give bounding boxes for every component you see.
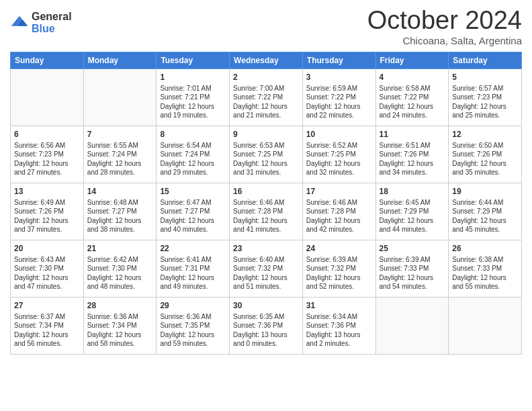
day-number: 9 bbox=[233, 129, 299, 140]
calendar-cell: 18Sunrise: 6:45 AM Sunset: 7:29 PM Dayli… bbox=[375, 183, 449, 240]
week-row: 20Sunrise: 6:43 AM Sunset: 7:30 PM Dayli… bbox=[11, 240, 522, 297]
calendar-cell: 5Sunrise: 6:57 AM Sunset: 7:23 PM Daylig… bbox=[449, 68, 522, 126]
calendar-cell: 27Sunrise: 6:37 AM Sunset: 7:34 PM Dayli… bbox=[11, 297, 84, 354]
day-info: Sunrise: 6:52 AM Sunset: 7:25 PM Dayligh… bbox=[306, 141, 372, 177]
calendar-table: SundayMondayTuesdayWednesdayThursdayFrid… bbox=[10, 52, 522, 355]
day-number: 5 bbox=[452, 72, 518, 83]
calendar-cell bbox=[11, 68, 84, 126]
day-number: 23 bbox=[233, 243, 299, 254]
day-info: Sunrise: 6:37 AM Sunset: 7:34 PM Dayligh… bbox=[14, 312, 80, 349]
calendar-cell bbox=[375, 297, 449, 354]
day-number: 18 bbox=[380, 186, 445, 197]
day-number: 20 bbox=[14, 243, 80, 254]
day-info: Sunrise: 6:35 AM Sunset: 7:36 PM Dayligh… bbox=[233, 312, 299, 349]
calendar-cell: 4Sunrise: 6:58 AM Sunset: 7:22 PM Daylig… bbox=[375, 68, 449, 126]
day-info: Sunrise: 6:46 AM Sunset: 7:28 PM Dayligh… bbox=[306, 198, 372, 234]
weekday-header: Sunday bbox=[11, 52, 84, 68]
week-row: 13Sunrise: 6:49 AM Sunset: 7:26 PM Dayli… bbox=[11, 183, 522, 240]
day-info: Sunrise: 6:38 AM Sunset: 7:33 PM Dayligh… bbox=[452, 255, 518, 291]
day-info: Sunrise: 6:36 AM Sunset: 7:35 PM Dayligh… bbox=[160, 312, 226, 349]
calendar-cell: 17Sunrise: 6:46 AM Sunset: 7:28 PM Dayli… bbox=[302, 183, 375, 240]
title-block: October 2024 Chicoana, Salta, Argentina bbox=[367, 7, 522, 46]
day-number: 26 bbox=[452, 243, 518, 254]
day-info: Sunrise: 6:59 AM Sunset: 7:22 PM Dayligh… bbox=[306, 84, 372, 120]
day-number: 29 bbox=[160, 300, 226, 311]
page: General Blue October 2024 Chicoana, Salt… bbox=[0, 0, 532, 411]
calendar-cell: 19Sunrise: 6:44 AM Sunset: 7:29 PM Dayli… bbox=[449, 183, 522, 240]
week-row: 6Sunrise: 6:56 AM Sunset: 7:23 PM Daylig… bbox=[11, 126, 522, 183]
calendar-cell: 7Sunrise: 6:55 AM Sunset: 7:24 PM Daylig… bbox=[83, 126, 157, 183]
day-info: Sunrise: 6:47 AM Sunset: 7:27 PM Dayligh… bbox=[160, 198, 226, 234]
calendar-cell bbox=[83, 68, 157, 126]
day-number: 31 bbox=[306, 300, 372, 311]
calendar-cell: 2Sunrise: 7:00 AM Sunset: 7:22 PM Daylig… bbox=[230, 68, 303, 126]
day-info: Sunrise: 6:46 AM Sunset: 7:28 PM Dayligh… bbox=[233, 198, 299, 234]
calendar-cell: 13Sunrise: 6:49 AM Sunset: 7:26 PM Dayli… bbox=[11, 183, 84, 240]
week-row: 1Sunrise: 7:01 AM Sunset: 7:21 PM Daylig… bbox=[11, 68, 522, 126]
day-number: 6 bbox=[14, 129, 80, 140]
day-number: 2 bbox=[233, 72, 299, 83]
main-title: October 2024 bbox=[367, 7, 522, 35]
calendar-cell: 9Sunrise: 6:53 AM Sunset: 7:25 PM Daylig… bbox=[230, 126, 303, 183]
subtitle: Chicoana, Salta, Argentina bbox=[367, 35, 522, 46]
day-number: 1 bbox=[160, 72, 226, 83]
header: General Blue October 2024 Chicoana, Salt… bbox=[10, 7, 522, 46]
day-number: 13 bbox=[14, 186, 80, 197]
day-info: Sunrise: 6:50 AM Sunset: 7:26 PM Dayligh… bbox=[452, 141, 518, 177]
calendar-cell: 15Sunrise: 6:47 AM Sunset: 7:27 PM Dayli… bbox=[157, 183, 230, 240]
calendar-cell bbox=[449, 297, 522, 354]
day-info: Sunrise: 6:53 AM Sunset: 7:25 PM Dayligh… bbox=[233, 141, 299, 177]
weekday-header: Friday bbox=[375, 52, 449, 68]
calendar-cell: 24Sunrise: 6:39 AM Sunset: 7:32 PM Dayli… bbox=[302, 240, 375, 297]
day-number: 15 bbox=[160, 186, 226, 197]
weekday-header: Saturday bbox=[449, 52, 522, 68]
calendar-cell: 23Sunrise: 6:40 AM Sunset: 7:32 PM Dayli… bbox=[230, 240, 303, 297]
calendar-cell: 12Sunrise: 6:50 AM Sunset: 7:26 PM Dayli… bbox=[449, 126, 522, 183]
calendar-cell: 3Sunrise: 6:59 AM Sunset: 7:22 PM Daylig… bbox=[302, 68, 375, 126]
day-info: Sunrise: 6:48 AM Sunset: 7:27 PM Dayligh… bbox=[87, 198, 153, 234]
day-number: 11 bbox=[380, 129, 445, 140]
calendar-cell: 29Sunrise: 6:36 AM Sunset: 7:35 PM Dayli… bbox=[157, 297, 230, 354]
day-number: 30 bbox=[233, 300, 299, 311]
day-info: Sunrise: 6:34 AM Sunset: 7:36 PM Dayligh… bbox=[306, 312, 372, 349]
day-info: Sunrise: 6:40 AM Sunset: 7:32 PM Dayligh… bbox=[233, 255, 299, 291]
logo-general-text: General bbox=[32, 11, 72, 23]
calendar-cell: 6Sunrise: 6:56 AM Sunset: 7:23 PM Daylig… bbox=[11, 126, 84, 183]
day-info: Sunrise: 6:51 AM Sunset: 7:26 PM Dayligh… bbox=[380, 141, 445, 177]
calendar-cell: 8Sunrise: 6:54 AM Sunset: 7:24 PM Daylig… bbox=[157, 126, 230, 183]
logo-icon bbox=[10, 13, 29, 32]
calendar-cell: 11Sunrise: 6:51 AM Sunset: 7:26 PM Dayli… bbox=[375, 126, 449, 183]
calendar-cell: 20Sunrise: 6:43 AM Sunset: 7:30 PM Dayli… bbox=[11, 240, 84, 297]
day-info: Sunrise: 7:01 AM Sunset: 7:21 PM Dayligh… bbox=[160, 84, 226, 120]
day-number: 4 bbox=[380, 72, 445, 83]
day-info: Sunrise: 6:55 AM Sunset: 7:24 PM Dayligh… bbox=[87, 141, 153, 177]
calendar-cell: 31Sunrise: 6:34 AM Sunset: 7:36 PM Dayli… bbox=[302, 297, 375, 354]
day-info: Sunrise: 6:45 AM Sunset: 7:29 PM Dayligh… bbox=[380, 198, 445, 234]
day-number: 12 bbox=[452, 129, 518, 140]
day-info: Sunrise: 6:36 AM Sunset: 7:34 PM Dayligh… bbox=[87, 312, 153, 349]
calendar-cell: 10Sunrise: 6:52 AM Sunset: 7:25 PM Dayli… bbox=[302, 126, 375, 183]
calendar-cell: 28Sunrise: 6:36 AM Sunset: 7:34 PM Dayli… bbox=[83, 297, 157, 354]
day-info: Sunrise: 6:54 AM Sunset: 7:24 PM Dayligh… bbox=[160, 141, 226, 177]
day-number: 28 bbox=[87, 300, 153, 311]
day-info: Sunrise: 6:43 AM Sunset: 7:30 PM Dayligh… bbox=[14, 255, 80, 291]
day-number: 25 bbox=[380, 243, 445, 254]
day-number: 3 bbox=[306, 72, 372, 83]
weekday-header: Wednesday bbox=[230, 52, 303, 68]
day-info: Sunrise: 6:39 AM Sunset: 7:33 PM Dayligh… bbox=[380, 255, 445, 291]
day-number: 10 bbox=[306, 129, 372, 140]
calendar-cell: 22Sunrise: 6:41 AM Sunset: 7:31 PM Dayli… bbox=[157, 240, 230, 297]
logo: General Blue bbox=[10, 11, 72, 34]
calendar-cell: 16Sunrise: 6:46 AM Sunset: 7:28 PM Dayli… bbox=[230, 183, 303, 240]
weekday-header: Tuesday bbox=[157, 52, 230, 68]
weekday-header: Monday bbox=[83, 52, 157, 68]
weekday-header-row: SundayMondayTuesdayWednesdayThursdayFrid… bbox=[11, 52, 522, 68]
logo-text: General Blue bbox=[32, 11, 72, 34]
calendar-cell: 1Sunrise: 7:01 AM Sunset: 7:21 PM Daylig… bbox=[157, 68, 230, 126]
day-info: Sunrise: 7:00 AM Sunset: 7:22 PM Dayligh… bbox=[233, 84, 299, 120]
day-number: 27 bbox=[14, 300, 80, 311]
week-row: 27Sunrise: 6:37 AM Sunset: 7:34 PM Dayli… bbox=[11, 297, 522, 354]
logo-blue-text: Blue bbox=[32, 23, 72, 35]
day-number: 8 bbox=[160, 129, 226, 140]
day-number: 21 bbox=[87, 243, 153, 254]
